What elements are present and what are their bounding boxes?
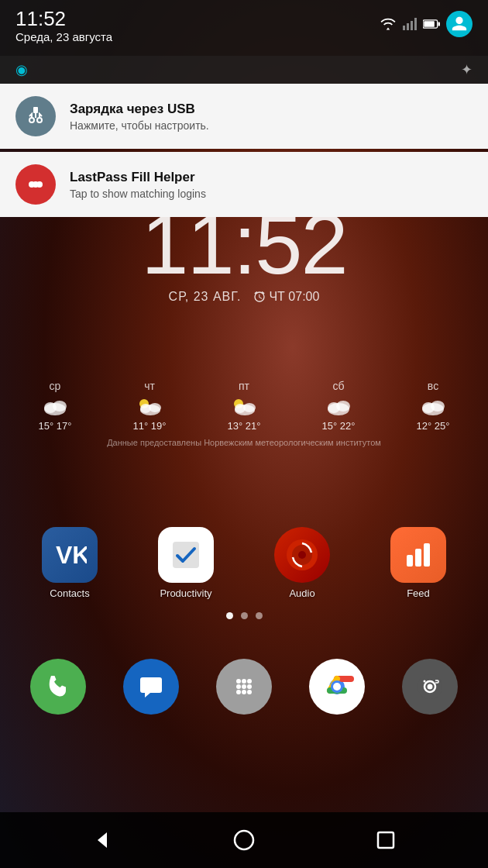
svg-marker-57 xyxy=(98,832,107,848)
clock-date: СР, 23 АВГ. xyxy=(169,290,242,304)
notif-top-label: ◉ xyxy=(15,61,28,78)
weather-day-2: чт 11° 19° xyxy=(133,380,167,432)
svg-point-39 xyxy=(333,683,341,691)
avatar-icon xyxy=(446,11,473,37)
home-button[interactable] xyxy=(225,822,263,859)
page-dots xyxy=(0,612,488,619)
app-feed[interactable]: Feed xyxy=(390,527,446,599)
weather-day-1: ср 15° 17° xyxy=(39,380,72,432)
svg-point-58 xyxy=(235,831,253,849)
svg-point-16 xyxy=(431,401,445,412)
svg-point-33 xyxy=(236,690,241,694)
svg-rect-49 xyxy=(424,21,435,27)
productivity-icon-circle xyxy=(158,527,214,583)
signal-icon xyxy=(403,18,417,30)
audio-logo xyxy=(284,537,320,573)
svg-point-34 xyxy=(242,690,246,694)
svg-point-13 xyxy=(336,401,350,412)
weather-day-5: вс 12° 25° xyxy=(417,380,450,432)
weather-credit: Данные предоставлены Норвежским метеорол… xyxy=(8,438,480,447)
audio-label: Audio xyxy=(289,587,314,599)
svg-rect-23 xyxy=(415,549,421,567)
svg-point-31 xyxy=(242,684,246,689)
dock-messages[interactable] xyxy=(123,659,179,715)
lastpass-notif-icon xyxy=(15,164,56,205)
feed-logo xyxy=(403,539,434,570)
app-contacts[interactable]: VK Contacts xyxy=(42,527,98,599)
notif-top-strip: ◉ ✦ xyxy=(0,56,488,84)
cloud-sun-icon-2 xyxy=(135,395,164,417)
svg-point-32 xyxy=(247,684,252,689)
battery-icon xyxy=(423,18,440,30)
back-button[interactable] xyxy=(84,822,121,859)
weather-day-4: сб 15° 22° xyxy=(322,380,356,432)
svg-point-27 xyxy=(236,679,241,684)
svg-rect-24 xyxy=(424,543,430,567)
svg-rect-45 xyxy=(407,23,409,30)
lastpass-notif-title: LastPass Fill Helper xyxy=(70,170,473,185)
svg-marker-26 xyxy=(145,693,150,698)
audio-icon-circle xyxy=(274,527,330,583)
usb-notif-title: Зарядка через USB xyxy=(70,102,473,117)
status-time: 11:52 xyxy=(15,8,380,30)
lastpass-notif-content: LastPass Fill Helper Tap to show matchin… xyxy=(70,170,473,200)
svg-rect-44 xyxy=(403,26,405,30)
lastpass-notif-subtitle: Tap to show matching logins xyxy=(70,188,473,200)
feed-label: Feed xyxy=(407,587,430,599)
dot-2 xyxy=(241,612,248,619)
svg-rect-47 xyxy=(414,18,417,30)
status-icons xyxy=(380,11,473,37)
svg-rect-22 xyxy=(407,555,413,567)
alarm-info: ЧТ 07:00 xyxy=(253,290,319,304)
svg-point-42 xyxy=(428,684,433,690)
svg-point-53 xyxy=(37,118,42,122)
status-date: Среда, 23 августа xyxy=(15,30,380,44)
notification-usb[interactable]: Зарядка через USB Нажмите, чтобы настрои… xyxy=(0,84,488,149)
dock-apps[interactable] xyxy=(216,659,272,715)
dot-3 xyxy=(256,612,263,619)
status-bar: 11:52 Среда, 23 августа xyxy=(0,0,488,56)
svg-point-10 xyxy=(243,403,256,412)
weather-day-3: пт 13° 21° xyxy=(228,380,261,432)
svg-point-2 xyxy=(53,401,67,412)
svg-point-52 xyxy=(29,118,34,122)
svg-rect-25 xyxy=(140,677,162,693)
usb-notif-content: Зарядка через USB Нажмите, чтобы настрои… xyxy=(70,102,473,132)
wifi-icon xyxy=(380,18,397,30)
notification-lastpass[interactable]: LastPass Fill Helper Tap to show matchin… xyxy=(0,152,488,217)
dock xyxy=(0,659,488,715)
usb-notif-icon xyxy=(15,96,56,136)
contacts-icon-circle: VK xyxy=(42,527,98,583)
svg-rect-50 xyxy=(438,22,440,26)
productivity-logo xyxy=(168,537,204,573)
productivity-label: Productivity xyxy=(160,587,211,599)
app-icons-row: VK Contacts Productivity xyxy=(0,527,488,599)
dock-phone[interactable] xyxy=(30,659,86,715)
dot-1 xyxy=(226,612,233,619)
svg-rect-46 xyxy=(411,21,413,30)
status-left: 11:52 Среда, 23 августа xyxy=(15,8,380,44)
dock-chrome[interactable] xyxy=(309,659,365,715)
app-productivity[interactable]: Productivity xyxy=(158,527,214,599)
cloud-icon-4 xyxy=(324,395,353,417)
vk-logo: VK xyxy=(53,538,87,572)
svg-point-35 xyxy=(247,690,252,694)
usb-notif-subtitle: Нажмите, чтобы настроить. xyxy=(70,119,473,132)
recents-button[interactable] xyxy=(367,822,404,859)
svg-point-43 xyxy=(424,680,426,683)
dock-camera[interactable] xyxy=(402,659,458,715)
svg-rect-51 xyxy=(33,107,38,113)
notifications-area: Зарядка через USB Нажмите, чтобы настрои… xyxy=(0,84,488,220)
alarm-time: ЧТ 07:00 xyxy=(269,290,319,304)
svg-point-6 xyxy=(149,403,161,412)
weather-days: ср 15° 17° чт 11° 19° xyxy=(8,380,480,432)
svg-rect-59 xyxy=(378,832,393,848)
usb-icon xyxy=(24,105,47,128)
svg-point-28 xyxy=(242,679,246,684)
app-audio[interactable]: Audio xyxy=(274,527,330,599)
cloud-sun-icon-3 xyxy=(229,395,259,417)
contacts-label: Contacts xyxy=(50,587,89,599)
svg-text:VK: VK xyxy=(56,541,87,569)
nav-bar xyxy=(0,812,488,868)
notif-top-pin: ✦ xyxy=(461,61,473,78)
